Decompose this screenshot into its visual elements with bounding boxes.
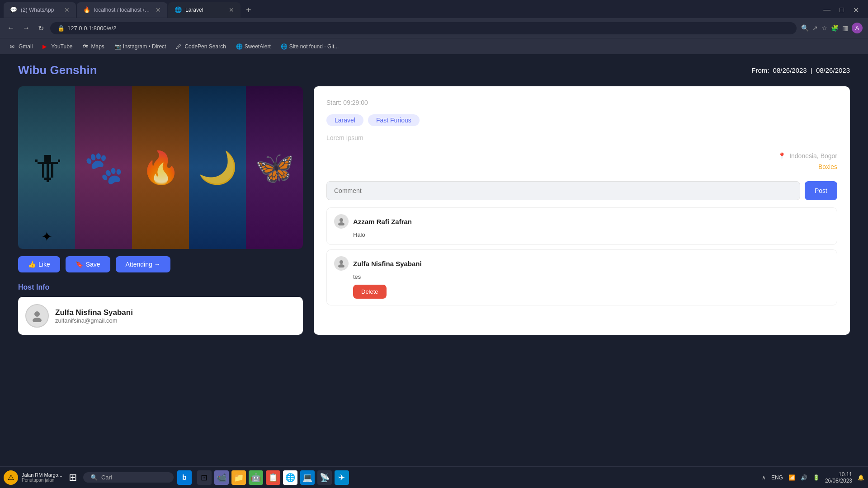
like-label: Like: [38, 261, 50, 268]
new-tab-button[interactable]: +: [241, 3, 256, 17]
anime-panel-1: 🗡 ✦: [18, 86, 75, 249]
gmail-icon: ✉: [10, 43, 16, 50]
bookmark-maps[interactable]: 🗺 Maps: [78, 42, 109, 51]
bookmark-site-not-found[interactable]: 🌐 Site not found · Git...: [276, 42, 343, 51]
taskbar-clock: 10.11 26/08/2023: [825, 471, 852, 484]
event-dates: From: 08/26/2023 | 08/26/2023: [751, 66, 850, 74]
anime-panel-3: 🔥: [132, 86, 189, 249]
battery-icon: 🔋: [813, 474, 820, 481]
telegram-icon[interactable]: ✈: [335, 470, 349, 485]
tab-localhost-close[interactable]: ✕: [156, 6, 161, 14]
bookmark-gmail[interactable]: ✉ Gmail: [5, 42, 37, 51]
event-start: Start: 09:29:00: [326, 99, 837, 106]
delete-button[interactable]: Delete: [353, 285, 387, 299]
post-button[interactable]: Post: [805, 181, 837, 200]
taskbar-app-5[interactable]: 📋: [266, 470, 280, 485]
chevron-up-icon[interactable]: ∧: [762, 474, 766, 481]
bookmarks-bar: ✉ Gmail ▶ YouTube 🗺 Maps 📷 Instagram • D…: [0, 38, 868, 54]
svg-point-5: [338, 264, 344, 267]
close-button[interactable]: ✕: [849, 4, 863, 16]
char-3: 🔥: [132, 86, 189, 249]
refresh-button[interactable]: ↻: [36, 22, 46, 34]
bookmark-youtube[interactable]: ▶ YouTube: [38, 42, 77, 51]
tag-fast-furious: Fast Furious: [368, 114, 420, 126]
laravel-favicon: 🌐: [175, 6, 182, 14]
youtube-icon: ▶: [42, 43, 49, 50]
svg-point-1: [33, 318, 42, 322]
vscode-icon[interactable]: 💻: [300, 470, 315, 485]
address-bar[interactable]: 🔒 127.0.0.1:8000/e/2: [50, 22, 797, 34]
tab-whatsapp-title: (2) WhatsApp: [21, 7, 59, 13]
profile-icon[interactable]: A: [852, 23, 863, 33]
notification-bell-icon[interactable]: 🔔: [858, 474, 864, 481]
tab-laravel-close[interactable]: ✕: [229, 6, 234, 14]
comment-username-1: Azzam Rafi Zafran: [353, 218, 412, 225]
event-header: Wibu Genshin From: 08/26/2023 | 08/26/20…: [18, 63, 850, 77]
network-icon[interactable]: 📡: [317, 470, 332, 485]
comment-avatar-2: [334, 256, 349, 271]
files-icon[interactable]: 📁: [231, 470, 246, 485]
comment-input[interactable]: [326, 181, 800, 200]
page-content: Wibu Genshin From: 08/26/2023 | 08/26/20…: [0, 54, 868, 466]
address-actions: 🔍 ↗ ☆ 🧩 ▥ A: [801, 23, 863, 33]
notification-widget[interactable]: ⚠: [4, 470, 18, 485]
maximize-button[interactable]: □: [836, 4, 848, 16]
location-icon: 📍: [778, 152, 786, 160]
tab-whatsapp-close[interactable]: ✕: [64, 6, 70, 14]
zoom-icon[interactable]: 🔍: [801, 24, 809, 32]
anime-panel-4: 🌙: [189, 86, 246, 249]
from-label: From:: [751, 66, 769, 74]
share-icon[interactable]: ↗: [812, 24, 818, 32]
back-button[interactable]: ←: [5, 22, 16, 34]
tab-whatsapp[interactable]: 💬 (2) WhatsApp ✕: [4, 2, 76, 18]
teams-icon[interactable]: 📹: [214, 470, 229, 485]
volume-icon: 🔊: [801, 474, 807, 481]
tab-localhost[interactable]: 🔥 localhost / localhost / event / ga... …: [77, 2, 167, 18]
bookmark-sweetalert[interactable]: 🌐 SweetAlert: [231, 42, 275, 51]
tab-bar: 💬 (2) WhatsApp ✕ 🔥 localhost / localhost…: [0, 0, 868, 18]
comment-card-1: Azzam Rafi Zafran Halo: [326, 207, 837, 245]
char-5: 🦋: [246, 86, 303, 249]
svg-point-4: [340, 260, 343, 264]
windows-icon: ⊞: [69, 472, 77, 483]
taskbar-search[interactable]: 🔍 Cari: [83, 472, 174, 483]
android-studio-icon[interactable]: 🤖: [249, 470, 263, 485]
minimize-button[interactable]: —: [820, 4, 834, 16]
bing-icon[interactable]: b: [177, 470, 192, 485]
notification-title: Jalan RM Margo...: [22, 472, 62, 478]
like-button[interactable]: 👍 Like: [18, 256, 60, 272]
event-title: Wibu Genshin: [18, 63, 97, 77]
comment-username-2: Zulfa Nisfina Syabani: [353, 260, 422, 267]
host-avatar: [25, 304, 49, 328]
event-organizer[interactable]: Boxies: [326, 163, 837, 170]
comment-user-1: Azzam Rafi Zafran: [334, 214, 830, 229]
sidebar-icon[interactable]: ▥: [842, 24, 848, 32]
maps-icon: 🗺: [83, 43, 89, 50]
save-button[interactable]: 🔖 Save: [66, 256, 110, 272]
bookmark-instagram[interactable]: 📷 Instagram • Direct: [110, 42, 171, 51]
whatsapp-favicon: 💬: [10, 6, 17, 14]
svg-point-3: [338, 222, 344, 225]
localhost-favicon: 🔥: [83, 6, 90, 14]
search-label: Cari: [101, 474, 112, 481]
host-details: Zulfa Nisfina Syabani zulfanifsina@gmail…: [55, 308, 133, 324]
chrome-icon[interactable]: 🌐: [283, 470, 297, 485]
event-actions: 👍 Like 🔖 Save Attending →: [18, 256, 303, 272]
start-button[interactable]: ⊞: [64, 470, 81, 485]
notification-text: Jalan RM Margo... Penutupan jalan: [22, 472, 62, 483]
bookmark-codepen[interactable]: 🖊 CodePen Search: [171, 42, 230, 51]
bookmark-maps-label: Maps: [91, 43, 104, 50]
taskbar-time-value: 10.11: [825, 471, 852, 478]
host-info-section: Host Info Zulfa Nisfina Syabani zulfanif…: [18, 283, 303, 335]
event-body: 🗡 ✦ 🐾 🔥 🌙 🦋 👍: [18, 86, 850, 335]
tab-laravel[interactable]: 🌐 Laravel ✕: [168, 2, 241, 18]
attending-button[interactable]: Attending →: [116, 256, 170, 272]
extension-icon[interactable]: 🧩: [831, 24, 839, 32]
bookmark-icon[interactable]: ☆: [821, 24, 827, 32]
host-info-title: Host Info: [18, 283, 303, 291]
bookmark-gmail-label: Gmail: [19, 43, 33, 50]
taskview-icon[interactable]: ⊡: [197, 470, 212, 485]
forward-button[interactable]: →: [21, 22, 32, 34]
event-right: Start: 09:29:00 Laravel Fast Furious Lor…: [314, 86, 850, 335]
bookmark-instagram-label: Instagram • Direct: [123, 43, 166, 50]
